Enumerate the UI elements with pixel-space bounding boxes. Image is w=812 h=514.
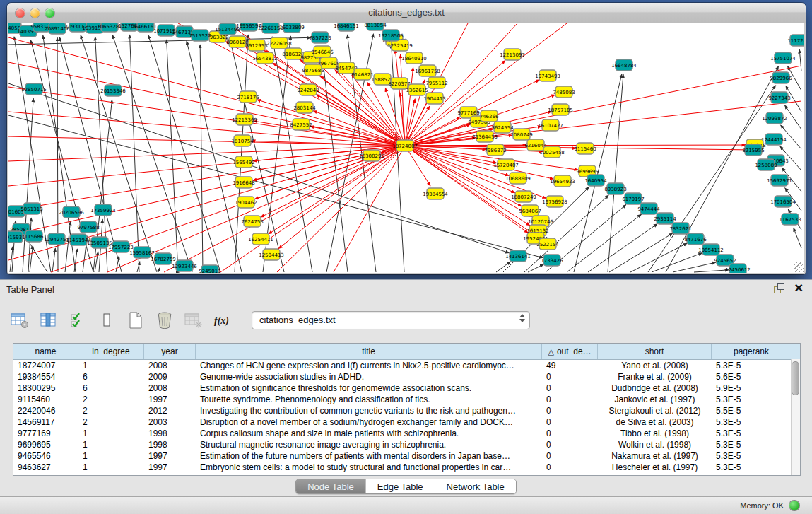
table-row[interactable]: 946362711997Embryonic stem cells: a mode… [13, 462, 800, 473]
graph-node[interactable]: 9797588 [77, 221, 99, 233]
graph-node[interactable]: 1810754 [231, 135, 254, 146]
graph-node[interactable]: 1916648 [233, 177, 254, 188]
graph-node[interactable]: 7857223 [309, 32, 331, 43]
graph-node[interactable]: 18640910 [401, 52, 427, 64]
table-row[interactable]: 2242004622012Investigating the contribut… [13, 405, 800, 416]
graph-node[interactable]: 7485083 [553, 86, 575, 98]
network-window-titlebar[interactable]: citations_edges.txt [7, 3, 806, 23]
graph-node[interactable]: 8813054 [364, 23, 387, 30]
table-row[interactable]: 946554611997Estimation of the future num… [13, 450, 800, 462]
graph-node[interactable]: 6179197 [622, 193, 644, 204]
network-canvas[interactable]: 7963822 8960128 8912953 22226058 1654381… [8, 23, 804, 273]
new-attribute-icon[interactable] [126, 311, 146, 329]
graph-node[interactable]: 8471676 [684, 233, 707, 245]
graph-node[interactable]: 12923446 [172, 260, 197, 271]
close-panel-icon[interactable]: ✕ [794, 283, 804, 293]
graph-node[interactable]: 19384554 [423, 188, 448, 199]
graph-node[interactable]: 1362615 [406, 84, 428, 95]
table-row[interactable]: 1456911722003Disruption of a novel membe… [13, 416, 800, 428]
graph-node[interactable]: 16961758 [415, 65, 440, 76]
graph-node[interactable]: 2522154 [536, 238, 559, 250]
graph-node[interactable]: 12093872 [762, 112, 787, 124]
column-header-out_de[interactable]: △out_de… [542, 344, 598, 359]
graph-node[interactable]: 16543812 [252, 52, 278, 64]
graph-node[interactable]: 9245011 [199, 265, 220, 273]
graph-node[interactable]: 9875685 [302, 64, 324, 76]
graph-node[interactable]: 15751074 [770, 52, 796, 64]
graph-node[interactable]: 9227343 [768, 92, 790, 103]
graph-node[interactable]: 16254411 [248, 233, 273, 245]
table-row[interactable]: 977716911998Corpus callosum shape and si… [13, 428, 800, 439]
column-header-name[interactable]: name [13, 344, 78, 359]
table-scrollbar[interactable] [791, 359, 800, 475]
graph-node[interactable]: 10654112 [698, 244, 724, 255]
graph-node[interactable]: 1167533 [779, 214, 801, 225]
graph-node[interactable]: 9474444 [637, 203, 660, 214]
graph-node[interactable]: 16648784 [611, 59, 637, 71]
graph-node[interactable]: 8912953 [245, 40, 267, 51]
graph-node[interactable]: 7624753 [241, 216, 263, 227]
graph-node[interactable]: 8938923 [604, 183, 626, 194]
graph-node[interactable]: 3624554 [491, 122, 514, 133]
graph-node[interactable]: 5051313 [20, 203, 42, 214]
graph-node[interactable]: 8427552 [290, 119, 312, 130]
table-selector-dropdown[interactable]: citations_edges.txt [252, 311, 530, 329]
graph-node[interactable]: 8215955 [742, 144, 764, 156]
merge-tables-icon[interactable] [97, 311, 117, 329]
graph-node[interactable]: 1117243 [787, 35, 804, 46]
function-builder-icon[interactable]: f(x) [213, 311, 233, 329]
window-resize-grip[interactable] [794, 262, 804, 272]
table-options-icon[interactable] [10, 311, 30, 329]
column-header-title[interactable]: title [196, 344, 542, 359]
delete-table-icon[interactable] [184, 311, 204, 329]
graph-node[interactable]: 2935114 [654, 213, 676, 224]
column-header-pagerank[interactable]: pagerank [712, 344, 791, 359]
table-row[interactable]: 911546021997Tourette syndrome. Phenomeno… [13, 394, 800, 405]
graph-node[interactable]: 12504413 [259, 249, 284, 260]
graph-node[interactable]: 14136141 [505, 250, 531, 262]
graph-node[interactable]: 12444154 [761, 134, 787, 145]
graph-node[interactable]: 21364436 [472, 131, 498, 142]
graph-node[interactable]: 19654923 [550, 175, 575, 187]
graph-node[interactable]: 1904413 [423, 93, 445, 104]
graph-node[interactable]: 12213097 [500, 49, 525, 60]
graph-node[interactable]: 2718176 [237, 91, 259, 103]
graph-node[interactable]: 7955112 [425, 77, 447, 88]
graph-node[interactable]: 1565492 [233, 156, 254, 168]
graph-node[interactable]: 20206596 [59, 206, 84, 218]
graph-node[interactable]: 1080749 [510, 129, 532, 140]
column-header-year[interactable]: year [144, 344, 196, 359]
graph-node[interactable]: 16846151 [334, 23, 359, 31]
show-columns-icon[interactable] [39, 311, 59, 329]
graph-node[interactable]: 9242848 [297, 84, 319, 95]
graph-node[interactable]: 9829966 [770, 72, 792, 83]
table-row[interactable]: 1872400712008Changes of HCN gene express… [13, 360, 800, 371]
column-header-in_degree[interactable]: in_degree [78, 344, 144, 359]
graph-node[interactable]: 10688609 [505, 173, 531, 184]
graph-node[interactable]: 18300295 [359, 150, 384, 161]
graph-node[interactable]: 2803144 [293, 102, 316, 113]
graph-node[interactable]: 1258089 [755, 159, 777, 170]
graph-node[interactable]: 1904462 [235, 197, 257, 208]
graph-node[interactable]: 1733426 [541, 255, 563, 266]
graph-node[interactable]: 7515522 [189, 30, 211, 41]
tab-network-table[interactable]: Network Table [435, 479, 516, 493]
table-row[interactable]: 1938455462009Genome-wide association stu… [13, 371, 800, 382]
graph-node[interactable]: 1640954 [584, 175, 607, 186]
graph-node[interactable]: 17359924 [90, 204, 116, 216]
table-row[interactable]: 1830029562008Estimation of significance … [13, 382, 800, 394]
delete-attribute-icon[interactable] [155, 311, 175, 329]
graph-node[interactable]: 16107427 [538, 119, 563, 131]
graph-node[interactable]: 9146821 [351, 69, 373, 80]
tab-edge-table[interactable]: Edge Table [365, 479, 435, 493]
graph-node[interactable]: 19756928 [542, 196, 567, 207]
graph-node[interactable]: 22226058 [266, 37, 292, 49]
graph-node[interactable]: 20153346 [100, 85, 126, 96]
network-window[interactable]: citations_edges.txt 7963822 8960128 8912… [7, 3, 806, 274]
graph-node[interactable]: 7832621 [669, 223, 691, 234]
tab-node-table[interactable]: Node Table [296, 479, 365, 493]
column-header-short[interactable]: short [598, 344, 712, 359]
graph-node[interactable]: 9115460 [574, 143, 596, 154]
graph-node[interactable]: 9684067 [519, 205, 541, 216]
graph-node[interactable]: 746266 [480, 110, 499, 122]
